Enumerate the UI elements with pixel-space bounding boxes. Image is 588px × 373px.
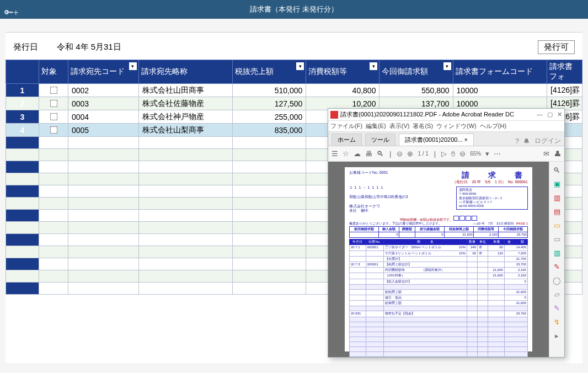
issue-button[interactable]: 発行可 xyxy=(538,40,575,54)
target-checkbox[interactable] xyxy=(50,100,57,108)
combine-icon[interactable]: ▭ xyxy=(554,235,560,243)
cloud-upload-icon[interactable]: ☁ xyxy=(354,150,361,158)
dropdown-icon[interactable]: ▾ xyxy=(296,62,304,70)
menu-item[interactable]: 表示(V) xyxy=(389,122,410,130)
share-icon[interactable]: 👤︎ xyxy=(554,150,561,158)
comment-icon[interactable]: ▭ xyxy=(554,221,560,230)
target-checkbox[interactable] xyxy=(50,126,57,134)
document-viewport[interactable]: お客様コードNo. 0001 請 求 書 （発行日 20 年 9月 1 日） N… xyxy=(328,162,549,357)
page-indicator[interactable]: 1 / 1 xyxy=(418,151,428,157)
app-title: 請求書（本発行 未発行分） xyxy=(250,5,338,13)
compress-icon[interactable]: ▱ xyxy=(554,290,560,299)
cell-net[interactable]: 255,000 xyxy=(233,110,306,124)
menu-item[interactable]: ヘルプ(H) xyxy=(480,122,506,130)
print-icon[interactable]: 🖶︎ xyxy=(365,150,372,158)
menu-item[interactable]: 編集(E) xyxy=(366,122,386,130)
cell-name[interactable]: 株式会社山梨商事 xyxy=(138,124,232,137)
help-icon[interactable]: ? xyxy=(515,137,519,145)
target-checkbox-cell xyxy=(39,84,68,97)
next-page-icon[interactable]: ⊕ xyxy=(407,150,413,158)
tab-tools[interactable]: ツール xyxy=(365,134,395,146)
mail-icon[interactable]: ✉︎ xyxy=(543,150,549,158)
acrobat-icon xyxy=(330,111,338,119)
zoom-out-icon[interactable]: ⊖ xyxy=(459,150,466,158)
target-checkbox[interactable] xyxy=(50,87,57,94)
menu-item[interactable]: ウィンドウ(W) xyxy=(436,122,477,130)
redact-icon[interactable]: ✎ xyxy=(554,263,560,271)
cell-net[interactable]: 127,500 xyxy=(233,97,306,110)
menu-item[interactable]: 署名(S) xyxy=(413,122,433,130)
dropdown-icon[interactable]: ▾ xyxy=(370,62,377,70)
organize-icon[interactable]: ▥ xyxy=(554,249,560,257)
col-tax[interactable]: 消費税額等▾ xyxy=(306,60,379,84)
invoice-title: 請 求 書 xyxy=(452,170,528,180)
tab-document[interactable]: 請求書(0001)20200... × xyxy=(399,134,474,146)
reader-right-sidebar: 🔍︎ ▣ ▥ ▤ ▭ ▭ ▥ ✎ ◯ ▱ ✎ ↯ ▸ xyxy=(549,162,564,357)
create-pdf-icon[interactable]: ▤ xyxy=(554,207,560,216)
cell-name[interactable]: 株式会社山田商事 xyxy=(138,84,232,97)
col-form[interactable]: 請求書フォームコード xyxy=(453,60,547,84)
target-checkbox-cell xyxy=(39,124,68,137)
pdf-reader-window[interactable]: 請求書(0001)20200901121802.PDF - Adobe Acro… xyxy=(328,108,565,358)
col-form2[interactable]: 請求書フォ xyxy=(547,60,582,84)
issue-date-label: 発行日 xyxy=(13,42,38,52)
cell-total[interactable]: 550,800 xyxy=(379,84,453,97)
invoice-summary-table: 前回御請求額御入金額調整額差引繰越金額税抜御買上額消費税額等今回御請求額 002… xyxy=(349,226,528,238)
search-icon[interactable]: 🔍︎ xyxy=(377,150,384,158)
hand-icon[interactable]: ✋︎ xyxy=(451,150,455,158)
key-icon: 🔑︎+ xyxy=(4,3,18,22)
login-link[interactable]: ログイン xyxy=(534,136,561,146)
cell-name[interactable]: 株式会社佐藤物産 xyxy=(138,97,232,110)
row-number: 4 xyxy=(6,124,39,137)
cell-tax[interactable]: 40,800 xyxy=(306,84,379,97)
row-number: 1 xyxy=(6,84,39,97)
col-rownum xyxy=(6,60,39,84)
row-number: 2 xyxy=(6,97,39,110)
fill-sign-icon[interactable]: ✎ xyxy=(554,304,560,312)
bell-icon[interactable]: 🔔︎ xyxy=(523,137,530,145)
prev-page-icon[interactable]: ⊝ xyxy=(397,150,403,158)
col-total[interactable]: 今回御請求額▾ xyxy=(379,60,453,84)
edit-pdf-icon[interactable]: ▥ xyxy=(554,194,560,202)
col-target[interactable]: 対象 xyxy=(39,60,68,84)
maximize-button[interactable]: ▢ xyxy=(547,111,553,118)
sidebar-toggle-icon[interactable]: ☰ xyxy=(332,150,338,158)
reader-menu-bar[interactable]: ファイル(F)編集(E)表示(V)署名(S)ウィンドウ(W)ヘルプ(H) xyxy=(328,121,564,132)
target-checkbox-cell xyxy=(39,110,68,124)
issue-date-value[interactable]: 令和 4年 5月31日 xyxy=(57,42,121,52)
more-icon[interactable]: ⋯ xyxy=(494,150,501,158)
col-name[interactable]: 請求宛先略称 xyxy=(138,60,232,84)
reader-title-bar[interactable]: 請求書(0001)20200901121802.PDF - Adobe Acro… xyxy=(328,109,564,121)
star-icon[interactable]: ☆ xyxy=(343,150,349,158)
row-number: 3 xyxy=(6,110,39,124)
target-checkbox[interactable] xyxy=(50,113,57,121)
invoice-detail-table: 年月日伝票No.商 名数量単位単価金 額 20 7.1000001三ツ矢サイダー… xyxy=(349,239,528,356)
cell-net[interactable]: 835,000 xyxy=(233,124,306,137)
collapse-icon[interactable]: ▸ xyxy=(555,332,559,340)
close-button[interactable]: ✕ xyxy=(557,111,562,118)
menu-item[interactable]: ファイル(F) xyxy=(330,122,362,130)
cell-form2[interactable]: [4126]罫 xyxy=(547,84,582,97)
dropdown-icon[interactable]: ▾ xyxy=(129,62,137,70)
pointer-icon[interactable]: ▷ xyxy=(441,150,447,158)
export-pdf-icon[interactable]: ▣ xyxy=(554,180,560,188)
cell-net[interactable]: 510,000 xyxy=(233,84,306,97)
zoom-in-icon[interactable]: 🔍︎ xyxy=(553,166,560,174)
cell-name[interactable]: 株式会社神戸物産 xyxy=(138,110,232,124)
cell-code[interactable]: 0004 xyxy=(68,110,138,124)
more-tools-icon[interactable]: ↯ xyxy=(554,318,560,326)
cell-code[interactable]: 0002 xyxy=(68,84,138,97)
dropdown-icon[interactable]: ▾ xyxy=(443,62,451,70)
zoom-level[interactable]: 65% xyxy=(470,151,481,157)
minimize-button[interactable]: — xyxy=(537,111,543,118)
cell-code[interactable]: 0005 xyxy=(68,124,138,137)
tab-home[interactable]: ホーム xyxy=(332,134,362,146)
protect-icon[interactable]: ◯ xyxy=(553,276,561,285)
cell-code[interactable]: 0003 xyxy=(68,97,138,110)
cell-form[interactable]: 10000 xyxy=(453,84,547,97)
app-title-bar: 🔑︎+ 請求書（本発行 未発行分） xyxy=(0,0,588,19)
col-net[interactable]: 税抜売上額▾ xyxy=(233,60,306,84)
table-row[interactable]: 10002株式会社山田商事510,00040,800550,80010000[4… xyxy=(6,84,582,97)
invoice-document: お客様コードNo. 0001 請 求 書 （発行日 20 年 9月 1 日） N… xyxy=(345,167,532,351)
col-code[interactable]: 請求宛先コード▾ xyxy=(68,60,138,84)
